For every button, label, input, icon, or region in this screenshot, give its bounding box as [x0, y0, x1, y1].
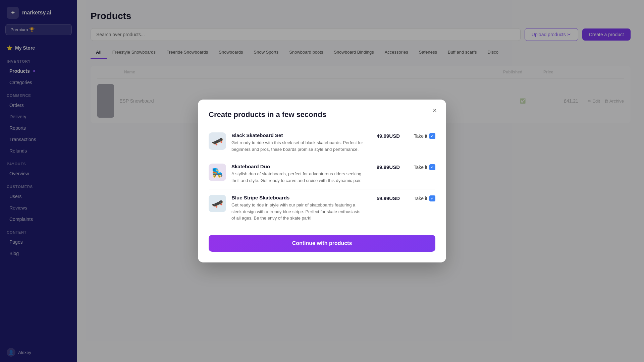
product-1-name: Black Skateboard Set — [231, 132, 364, 138]
product-2-action[interactable]: Take it ✓ — [405, 164, 435, 170]
main-content: Products Upload products ✂ Create a prod… — [77, 0, 644, 362]
modal-product-2: 🛼 Skateboard Duo A stylish duo of skateb… — [209, 158, 435, 189]
product-3-info: Blue Stripe Skateboards Get ready to rid… — [231, 195, 364, 222]
product-2-price: 99.99USD — [370, 164, 400, 170]
modal-title: Create products in a few seconds — [209, 110, 435, 119]
modal-product-3: 🛹 Blue Stripe Skateboards Get ready to r… — [209, 189, 435, 227]
product-3-desc: Get ready to ride in style with our pair… — [231, 202, 364, 222]
product-3-checkbox[interactable]: ✓ — [429, 195, 435, 201]
product-3-action[interactable]: Take it ✓ — [405, 195, 435, 201]
modal-close-button[interactable]: × — [430, 106, 439, 115]
product-3-image: 🛹 — [209, 195, 226, 212]
product-2-image: 🛼 — [209, 164, 226, 181]
product-1-checkbox[interactable]: ✓ — [429, 133, 435, 139]
product-3-price: 59.99USD — [370, 195, 400, 201]
product-1-info: Black Skateboard Set Get ready to ride w… — [231, 132, 364, 153]
product-1-price: 49.99USD — [370, 132, 400, 139]
product-1-desc: Get ready to ride with this sleek set of… — [231, 139, 364, 153]
product-2-desc: A stylish duo of skateboards, perfect fo… — [231, 171, 364, 184]
modal-product-1: 🛹 Black Skateboard Set Get ready to ride… — [209, 127, 435, 158]
product-1-action[interactable]: Take it ✓ — [405, 132, 435, 139]
product-2-name: Skateboard Duo — [231, 164, 364, 169]
product-2-info: Skateboard Duo A stylish duo of skateboa… — [231, 164, 364, 184]
product-3-name: Blue Stripe Skateboards — [231, 195, 364, 200]
product-2-checkbox[interactable]: ✓ — [429, 164, 435, 170]
product-1-image: 🛹 — [209, 132, 226, 150]
continue-button[interactable]: Continue with products — [209, 235, 435, 252]
modal-overlay: × Create products in a few seconds 🛹 Bla… — [77, 0, 644, 362]
modal: × Create products in a few seconds 🛹 Bla… — [198, 100, 446, 262]
